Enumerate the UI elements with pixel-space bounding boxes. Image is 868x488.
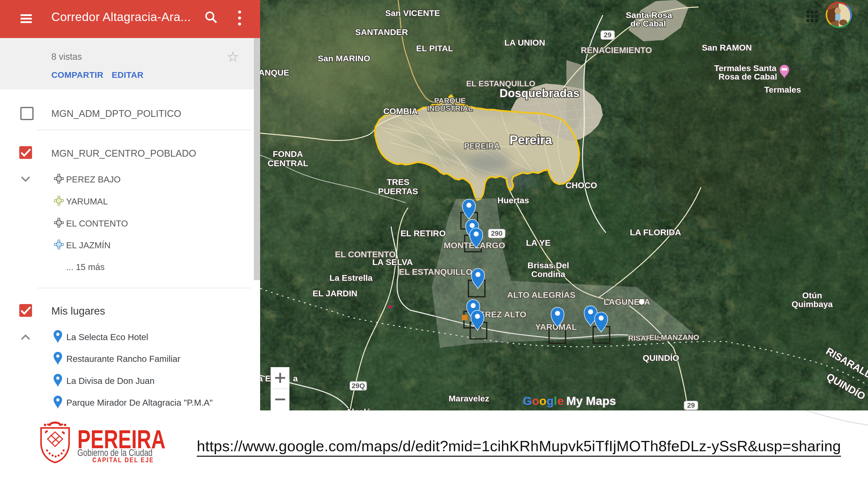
svg-text:COMBIA: COMBIA (383, 106, 418, 116)
svg-text:Pereira: Pereira (509, 133, 552, 147)
svg-text:Otún: Otún (802, 291, 822, 300)
svg-text:CHOCO: CHOCO (565, 181, 597, 190)
svg-text:Rosa de Cabal: Rosa de Cabal (718, 72, 777, 82)
svg-text:a E: a E (260, 373, 271, 383)
svg-text:ANQUE: ANQUE (260, 68, 289, 77)
svg-text:PEREIRA: PEREIRA (464, 141, 500, 151)
svg-text:LA UNION: LA UNION (504, 38, 545, 47)
svg-text:ALTO ALEGRÍAS: ALTO ALEGRÍAS (507, 290, 575, 299)
svg-text:San RAMON: San RAMON (702, 43, 752, 52)
svg-text:PUERTAS: PUERTAS (378, 187, 418, 196)
svg-text:San VICENTE: San VICENTE (385, 8, 440, 18)
svg-text:INDUSTRIAL: INDUSTRIAL (427, 104, 473, 112)
svg-text:Condina: Condina (531, 269, 565, 279)
svg-text:29: 29 (603, 31, 611, 39)
svg-text:LA FLORIDA: LA FLORIDA (630, 227, 681, 237)
svg-text:Termales Santa: Termales Santa (714, 63, 777, 73)
svg-text:CENTRAL: CENTRAL (268, 158, 308, 168)
svg-text:EL MANZANO: EL MANZANO (649, 333, 699, 341)
svg-text:Santa Rosa: Santa Rosa (626, 10, 672, 20)
svg-text:e: e (557, 394, 564, 408)
svg-text:29: 29 (687, 401, 695, 409)
svg-text:Alcalá: Alcalá (346, 407, 371, 411)
svg-text:My Maps: My Maps (566, 394, 616, 408)
svg-text:g: g (547, 394, 554, 408)
svg-text:CAPITAL DEL EJE: CAPITAL DEL EJE (92, 456, 154, 464)
svg-text:o: o (532, 394, 539, 408)
svg-text:RENACIEMIENTO: RENACIEMIENTO (581, 45, 652, 55)
svg-text:Dosquebradas: Dosquebradas (499, 87, 580, 100)
svg-text:EL PITAL: EL PITAL (416, 43, 453, 53)
svg-text:EL RETIRO: EL RETIRO (401, 228, 446, 238)
svg-text:EL ESTANQUILLO: EL ESTANQUILLO (399, 267, 472, 276)
svg-text:l: l (554, 394, 557, 408)
svg-text:o: o (539, 394, 547, 408)
svg-text:TRES: TRES (387, 177, 410, 187)
svg-text:Quimbaya: Quimbaya (792, 299, 833, 309)
svg-text:29Q: 29Q (352, 382, 365, 390)
svg-text:La Estrella: La Estrella (330, 273, 373, 283)
svg-text:de Cabal: de Cabal (630, 19, 666, 28)
svg-text:PARQUE: PARQUE (434, 96, 466, 105)
svg-text:EL CONTENTO: EL CONTENTO (335, 250, 396, 259)
svg-text:a: a (293, 373, 298, 383)
svg-text:San MARINO: San MARINO (318, 54, 370, 63)
svg-text:G: G (523, 394, 532, 408)
svg-text:290: 290 (491, 229, 503, 237)
svg-text:SANTANDER: SANTANDER (355, 27, 408, 37)
svg-text:LA YE: LA YE (526, 238, 551, 248)
svg-text:Huertas: Huertas (497, 195, 529, 205)
svg-text:QUINDÍO: QUINDÍO (643, 353, 679, 363)
svg-text:Termales: Termales (764, 85, 801, 94)
svg-text:FONDA: FONDA (273, 149, 303, 159)
svg-text:EL JARDIN: EL JARDIN (313, 289, 358, 298)
svg-text:Brisas.Del: Brisas.Del (528, 261, 569, 270)
svg-text:Maravelez: Maravelez (448, 394, 490, 403)
